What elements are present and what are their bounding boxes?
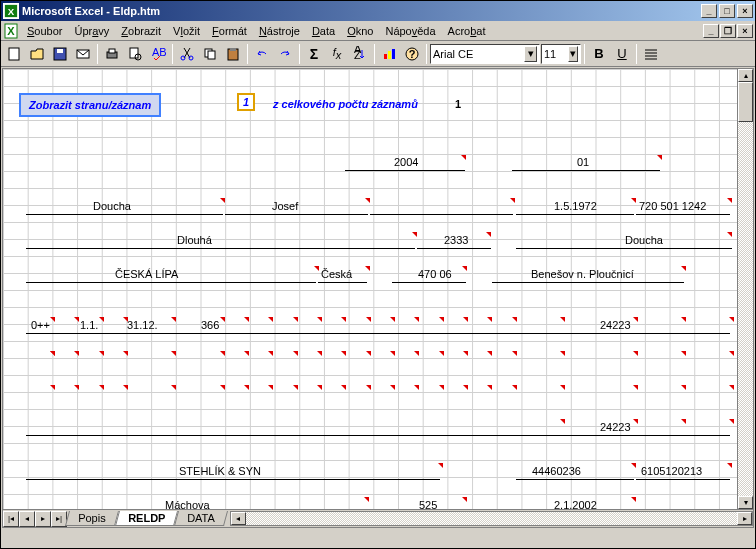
comment-marker: [123, 385, 128, 390]
email-icon[interactable]: [72, 43, 94, 65]
open-icon[interactable]: [26, 43, 48, 65]
comment-marker: [390, 351, 395, 356]
new-icon[interactable]: [3, 43, 25, 65]
total-value: 1: [455, 98, 461, 110]
first-tab-icon[interactable]: |◂: [3, 511, 19, 527]
vertical-scrollbar[interactable]: ▴ ▾: [737, 69, 753, 509]
comment-marker: [366, 351, 371, 356]
sort-asc-icon[interactable]: AZ: [349, 43, 371, 65]
font-input[interactable]: [433, 48, 524, 60]
comment-marker: [463, 351, 468, 356]
menu-acrobat[interactable]: Acrobat: [442, 23, 492, 39]
comment-marker: [633, 351, 638, 356]
maximize-button[interactable]: □: [719, 4, 735, 18]
birth-number: 720 501 1242: [639, 200, 706, 212]
scroll-thumb[interactable]: [738, 82, 753, 122]
underline-button[interactable]: U: [611, 43, 633, 65]
autosum-icon[interactable]: Σ: [303, 43, 325, 65]
comment-marker: [463, 385, 468, 390]
comment-marker: [317, 385, 322, 390]
copy-icon[interactable]: [199, 43, 221, 65]
comment-marker: [729, 419, 734, 424]
comment-marker: [220, 351, 225, 356]
comment-marker: [293, 351, 298, 356]
comment-marker: [293, 385, 298, 390]
paste-icon[interactable]: [222, 43, 244, 65]
titlebar: X Microsoft Excel - Eldp.htm _ □ ×: [1, 1, 755, 21]
chevron-down-icon[interactable]: ▾: [568, 46, 578, 62]
tab-popis[interactable]: Popis: [65, 511, 119, 526]
menu-zobrazit[interactable]: Zobrazit: [115, 23, 167, 39]
comment-marker: [74, 385, 79, 390]
worksheet[interactable]: Zobrazit stranu/záznam 1 z celkového poč…: [2, 68, 754, 528]
comment-marker: [560, 385, 565, 390]
scroll-down-icon[interactable]: ▾: [738, 496, 753, 509]
scroll-up-icon[interactable]: ▴: [738, 69, 753, 82]
svg-text:Z: Z: [354, 49, 361, 61]
comment-marker: [220, 385, 225, 390]
svg-text:ABC: ABC: [152, 46, 166, 58]
align-icon[interactable]: [640, 43, 662, 65]
next-tab-icon[interactable]: ▸: [35, 511, 51, 527]
menu-data[interactable]: Data: [306, 23, 341, 39]
menu-napoveda[interactable]: Nápověda: [379, 23, 441, 39]
doc-minimize-button[interactable]: _: [703, 24, 719, 38]
comment-marker: [681, 419, 686, 424]
total-sum: 24223: [600, 421, 631, 433]
scroll-left-icon[interactable]: ◂: [231, 512, 246, 525]
menu-vlozit[interactable]: Vložit: [167, 23, 206, 39]
preview-icon[interactable]: [124, 43, 146, 65]
help-icon[interactable]: ?: [401, 43, 423, 65]
redo-icon[interactable]: [274, 43, 296, 65]
menu-okno[interactable]: Okno: [341, 23, 379, 39]
print-icon[interactable]: [101, 43, 123, 65]
toolbar: ABC Σ fx AZ ? ▾ ▾ B U: [1, 41, 755, 67]
tab-reldp[interactable]: RELDP: [115, 511, 178, 526]
font-selector[interactable]: ▾: [430, 44, 540, 64]
comment-marker: [50, 351, 55, 356]
comment-marker: [512, 385, 517, 390]
spellcheck-icon[interactable]: ABC: [147, 43, 169, 65]
chart-icon[interactable]: [378, 43, 400, 65]
menu-format[interactable]: Formát: [206, 23, 253, 39]
chevron-down-icon[interactable]: ▾: [524, 46, 537, 62]
function-icon[interactable]: fx: [326, 43, 348, 65]
close-button[interactable]: ×: [737, 4, 753, 18]
name: Josef: [272, 200, 298, 212]
horizontal-scrollbar[interactable]: ◂ ▸: [230, 511, 753, 526]
doc-close-button[interactable]: ×: [737, 24, 753, 38]
window-title: Microsoft Excel - Eldp.htm: [22, 5, 701, 17]
svg-rect-10: [130, 48, 138, 58]
cut-icon[interactable]: [176, 43, 198, 65]
scroll-right-icon[interactable]: ▸: [737, 512, 752, 525]
dob: 1.5.1972: [554, 200, 597, 212]
gridlines: [3, 69, 753, 527]
minimize-button[interactable]: _: [701, 4, 717, 18]
comment-marker: [171, 351, 176, 356]
tab-data[interactable]: DATA: [174, 511, 228, 526]
show-page-button[interactable]: Zobrazit stranu/záznam: [19, 93, 161, 117]
comment-marker: [341, 351, 346, 356]
undo-icon[interactable]: [251, 43, 273, 65]
save-icon[interactable]: [49, 43, 71, 65]
zip: 470 06: [418, 268, 452, 280]
comment-marker: [171, 385, 176, 390]
bold-button[interactable]: B: [588, 43, 610, 65]
excel-icon: X: [3, 3, 19, 19]
days: 366: [201, 319, 219, 331]
surname: Doucha: [93, 200, 131, 212]
menu-nastroje[interactable]: Nástroje: [253, 23, 306, 39]
menu-soubor[interactable]: Soubor: [21, 23, 68, 39]
menu-upravy[interactable]: Úpravy: [68, 23, 115, 39]
comment-marker: [414, 385, 419, 390]
doc-restore-button[interactable]: ❐: [720, 24, 736, 38]
svg-rect-4: [9, 48, 19, 60]
size-input[interactable]: [544, 48, 568, 60]
svg-rect-22: [388, 51, 391, 59]
size-selector[interactable]: ▾: [541, 44, 581, 64]
comment-marker: [487, 385, 492, 390]
record-number-box[interactable]: 1: [237, 93, 255, 111]
prev-tab-icon[interactable]: ◂: [19, 511, 35, 527]
total-label: z celkového počtu záznamů: [273, 98, 418, 110]
comment-marker: [729, 351, 734, 356]
